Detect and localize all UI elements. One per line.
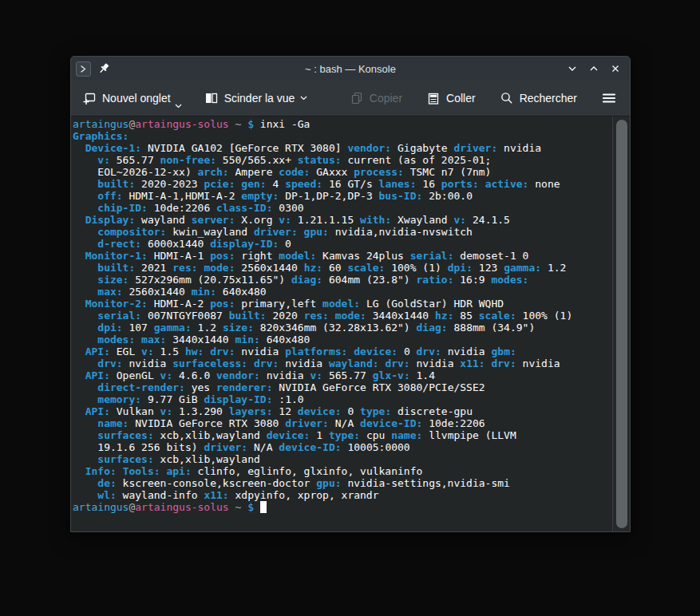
window-title: ~ : bash — Konsole <box>71 63 630 75</box>
terminal-line: drv: nvidia surfaceless: drv: nvidia way… <box>73 357 612 369</box>
new-tab-button[interactable]: Nouvel onglet <box>77 86 187 110</box>
chevron-down-icon <box>175 104 182 109</box>
clipboard-icon <box>426 91 441 105</box>
terminal-line: serial: 007NTGYF0087 built: 2020 res: mo… <box>73 310 612 322</box>
terminal-line: 19.1.6 256 bits) driver: N/A device-ID: … <box>73 441 612 453</box>
terminal-viewport[interactable]: artaingus@artaingus-solus ~ $ inxi -GaGr… <box>71 116 630 531</box>
copy-button: Copier <box>345 86 407 110</box>
paste-button[interactable]: Coller <box>421 86 481 110</box>
copy-label: Copier <box>370 92 402 105</box>
search-button[interactable]: Rechercher <box>495 86 582 110</box>
terminal-line: Display: wayland server: X.org v: 1.21.1… <box>73 214 612 226</box>
new-tab-label: Nouvel onglet <box>102 92 171 105</box>
terminal-line: API: EGL v: 1.5 hw: drv: nvidia platform… <box>73 346 612 357</box>
terminal-line: EOL~2026-12-xx) arch: Ampere code: GAxxx… <box>73 166 612 178</box>
close-x-icon <box>610 63 621 74</box>
scrollbar-track[interactable] <box>612 116 630 531</box>
chevron-down-icon <box>567 63 578 74</box>
terminal-line: surfaces: xcb,xlib,wayland <box>73 453 612 465</box>
split-view-button[interactable]: Scinder la vue <box>200 86 313 110</box>
terminal-line: built: 2021 res: mode: 2560x1440 hz: 60 … <box>73 262 612 274</box>
hamburger-menu-icon <box>601 91 617 105</box>
copy-icon <box>350 91 364 105</box>
terminal-line: compositor: kwin_wayland driver: gpu: nv… <box>73 226 612 238</box>
minimize-button[interactable] <box>565 61 579 76</box>
pushpin-icon[interactable] <box>97 62 110 75</box>
terminal-line: Device-1: NVIDIA GA102 [GeForce RTX 3080… <box>73 142 612 154</box>
menu-button[interactable] <box>596 86 622 110</box>
terminal-line: Graphics: <box>73 130 612 142</box>
terminal-line: d-rect: 6000x1440 display-ID: 0 <box>73 238 612 250</box>
close-button[interactable] <box>608 61 623 76</box>
terminal-line: v: 565.77 non-free: 550/565.xx+ status: … <box>73 154 612 166</box>
toolbar: Nouvel onglet Scinder la vue <box>71 81 630 116</box>
chevron-up-icon <box>588 63 599 74</box>
terminal-line: memory: 9.77 GiB display-ID: :1.0 <box>73 393 612 405</box>
terminal-line: Monitor-2: HDMI-A-2 pos: primary,left mo… <box>73 298 612 310</box>
terminal-line: chip-ID: 10de:2206 class-ID: 0300 <box>73 202 612 214</box>
terminal-line: API: OpenGL v: 4.6.0 vendor: nvidia v: 5… <box>73 369 612 381</box>
split-view-icon <box>204 91 219 105</box>
split-view-label: Scinder la vue <box>224 92 295 105</box>
terminal-line: name: NVIDIA GeForce RTX 3080 driver: N/… <box>73 417 612 429</box>
konsole-window: ~ : bash — Konsole <box>70 56 631 532</box>
maximize-button[interactable] <box>587 61 601 76</box>
terminal-line: dpi: 107 gamma: 1.2 size: 820x346mm (32.… <box>73 322 612 334</box>
terminal-line: wl: wayland-info x11: xdpyinfo, xprop, x… <box>73 489 612 501</box>
tab-plus-icon <box>82 91 97 105</box>
terminal-output[interactable]: artaingus@artaingus-solus ~ $ inxi -GaGr… <box>71 116 612 531</box>
chevron-down-icon <box>300 96 307 101</box>
terminal-line: Monitor-1: HDMI-A-1 pos: right model: Ka… <box>73 250 612 262</box>
terminal-line: API: Vulkan v: 1.3.290 layers: 12 device… <box>73 405 612 417</box>
terminal-line: surfaces: xcb,xlib,wayland device: 1 typ… <box>73 429 612 441</box>
terminal-line: Info: Tools: api: clinfo, eglinfo, glxin… <box>73 465 612 477</box>
terminal-line: artaingus@artaingus-solus ~ $ <box>73 501 612 513</box>
titlebar[interactable]: ~ : bash — Konsole <box>71 57 630 81</box>
terminal-line: de: kscreen-console,kscreen-doctor gpu: … <box>73 477 612 489</box>
terminal-line: size: 527x296mm (20.75x11.65") diag: 604… <box>73 274 612 286</box>
terminal-line: artaingus@artaingus-solus ~ $ inxi -Ga <box>73 118 612 130</box>
paste-label: Coller <box>446 92 476 105</box>
terminal-line: max: 2560x1440 min: 640x480 <box>73 286 612 298</box>
scrollbar-thumb[interactable] <box>616 120 627 528</box>
terminal-prompt-icon <box>79 65 88 73</box>
magnifier-icon <box>500 91 514 105</box>
terminal-line: built: 2020-2023 pcie: gen: 4 speed: 16 … <box>73 178 612 190</box>
search-label: Rechercher <box>520 92 577 105</box>
app-menu-button[interactable] <box>76 61 91 77</box>
terminal-line: direct-render: yes renderer: NVIDIA GeFo… <box>73 381 612 393</box>
terminal-line: modes: max: 3440x1440 min: 640x480 <box>73 334 612 346</box>
terminal-line: off: HDMI-A-1,HDMI-A-2 empty: DP-1,DP-2,… <box>73 190 612 202</box>
